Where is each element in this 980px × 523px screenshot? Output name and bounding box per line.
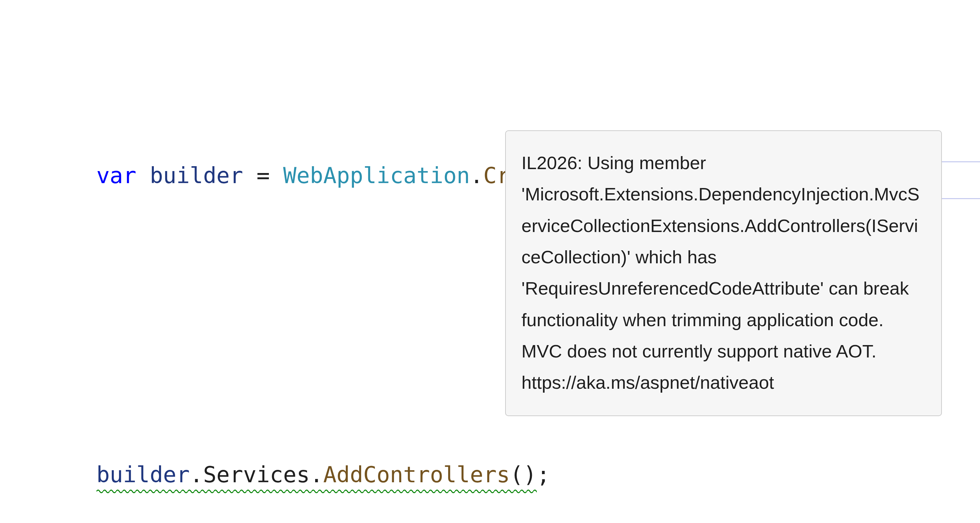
method-addcontrollers: AddControllers bbox=[323, 462, 510, 488]
dot: . bbox=[310, 462, 323, 488]
dot: . bbox=[470, 162, 483, 188]
warning-tooltip-text: IL2026: Using member 'Microsoft.Extensio… bbox=[522, 153, 920, 393]
warning-tooltip: IL2026: Using member 'Microsoft.Extensio… bbox=[505, 130, 942, 416]
space bbox=[243, 162, 256, 188]
identifier-builder: builder bbox=[97, 462, 190, 488]
identifier-builder: builder bbox=[150, 162, 243, 188]
type-webapplication: WebApplication bbox=[283, 162, 470, 188]
space bbox=[136, 162, 150, 188]
keyword-var: var bbox=[97, 162, 137, 188]
code-line-2[interactable]: builder.Services.AddControllers(); bbox=[16, 458, 980, 491]
semicolon: ; bbox=[537, 462, 550, 488]
warning-squiggle[interactable]: builder.Services.AddControllers() bbox=[97, 458, 537, 491]
operator-equals: = bbox=[256, 162, 270, 188]
property-services: Services bbox=[203, 462, 310, 488]
parens: () bbox=[510, 462, 537, 488]
space bbox=[270, 162, 283, 188]
dot: . bbox=[190, 462, 203, 488]
